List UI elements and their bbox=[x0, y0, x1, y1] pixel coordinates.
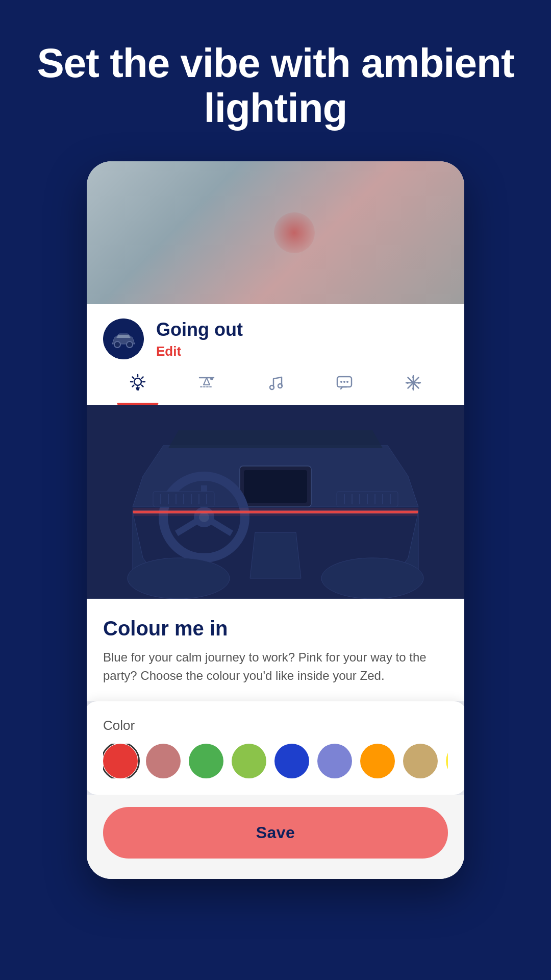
music-icon bbox=[266, 374, 285, 397]
svg-point-14 bbox=[407, 382, 409, 384]
color-swatch-tan[interactable] bbox=[403, 744, 438, 778]
colour-title: Colour me in bbox=[103, 617, 448, 640]
save-button[interactable]: Save bbox=[103, 807, 448, 859]
save-area: Save bbox=[87, 795, 464, 879]
svg-point-6 bbox=[278, 384, 282, 388]
color-picker-card: Color bbox=[87, 701, 464, 795]
svg-point-2 bbox=[127, 341, 133, 348]
svg-point-1 bbox=[114, 341, 120, 348]
svg-point-11 bbox=[412, 381, 415, 384]
tab-light[interactable] bbox=[103, 374, 172, 405]
display-icon bbox=[197, 374, 216, 397]
svg-point-9 bbox=[343, 381, 345, 383]
tab-messages[interactable] bbox=[310, 374, 379, 405]
snowflake-icon bbox=[404, 374, 422, 397]
svg-rect-18 bbox=[244, 470, 307, 503]
message-icon bbox=[335, 374, 354, 397]
svg-point-44 bbox=[128, 558, 230, 599]
color-swatch-purple[interactable] bbox=[317, 744, 352, 778]
color-swatch-mauve[interactable] bbox=[146, 744, 181, 778]
tab-music[interactable] bbox=[241, 374, 310, 405]
color-swatch-blue[interactable] bbox=[274, 744, 309, 778]
svg-point-3 bbox=[134, 378, 141, 385]
svg-point-13 bbox=[412, 387, 414, 389]
tabs-row bbox=[103, 370, 448, 405]
light-icon bbox=[129, 374, 147, 397]
profile-card: Going out Edit bbox=[87, 304, 464, 405]
phone-mockup: Going out Edit bbox=[87, 161, 464, 879]
color-swatch-yellow[interactable] bbox=[446, 744, 448, 778]
svg-point-45 bbox=[321, 558, 423, 599]
car-interior bbox=[87, 405, 464, 599]
svg-point-5 bbox=[270, 385, 274, 389]
colour-section: Colour me in Blue for your calm journey … bbox=[87, 599, 464, 701]
edit-link[interactable]: Edit bbox=[156, 344, 243, 359]
svg-point-8 bbox=[340, 381, 342, 383]
color-swatches bbox=[103, 744, 448, 778]
colour-description: Blue for your calm journey to work? Pink… bbox=[103, 648, 448, 685]
tab-snowflake[interactable] bbox=[379, 374, 448, 405]
color-swatch-green-dark[interactable] bbox=[189, 744, 223, 778]
profile-name: Going out bbox=[156, 319, 243, 340]
svg-point-12 bbox=[412, 376, 414, 378]
top-image bbox=[87, 161, 464, 304]
svg-point-15 bbox=[418, 382, 420, 384]
avatar bbox=[103, 318, 144, 359]
svg-point-10 bbox=[346, 381, 348, 383]
color-swatch-green-light[interactable] bbox=[232, 744, 266, 778]
color-swatch-orange[interactable] bbox=[360, 744, 395, 778]
color-swatch-red[interactable] bbox=[103, 744, 138, 778]
page-title: Set the vibe with ambient lighting bbox=[0, 0, 551, 161]
color-label: Color bbox=[103, 718, 448, 733]
tab-display[interactable] bbox=[172, 374, 241, 405]
svg-point-4 bbox=[210, 377, 213, 380]
